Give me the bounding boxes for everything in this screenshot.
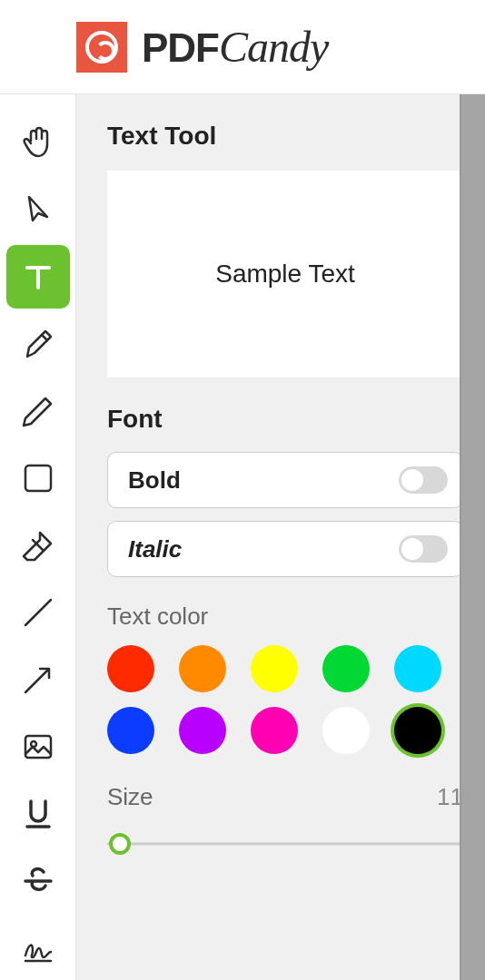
bold-row[interactable]: Bold	[107, 452, 463, 508]
highlighter-icon	[18, 324, 58, 364]
color-swatch-yellow[interactable]	[251, 645, 298, 692]
eraser-icon	[18, 525, 58, 565]
brand-logo[interactable]: PDFCandy	[76, 22, 328, 73]
color-swatch-white[interactable]	[322, 707, 370, 754]
color-swatch-purple[interactable]	[179, 707, 226, 754]
line-tool[interactable]	[6, 581, 70, 644]
brand-text: PDFCandy	[142, 22, 328, 72]
color-swatch-green[interactable]	[322, 645, 370, 692]
color-swatch-black[interactable]	[394, 707, 441, 754]
svg-rect-0	[25, 466, 51, 491]
lollipop-icon	[76, 22, 127, 73]
panel-title: Text Tool	[107, 122, 463, 151]
right-edge-shadow	[460, 94, 485, 980]
hand-tool[interactable]	[6, 111, 70, 174]
text-color-label: Text color	[107, 603, 463, 631]
color-swatch-blue[interactable]	[107, 707, 154, 754]
pencil-tool[interactable]	[6, 379, 70, 443]
italic-toggle[interactable]	[399, 535, 448, 563]
underline-icon	[18, 794, 58, 834]
highlighter-tool[interactable]	[6, 312, 70, 376]
preview-text: Sample Text	[215, 260, 355, 289]
strikethrough-tool[interactable]	[6, 849, 70, 913]
slider-track	[107, 843, 463, 846]
underline-tool[interactable]	[6, 782, 70, 846]
color-swatches	[107, 645, 463, 754]
pointer-tool[interactable]	[6, 178, 70, 241]
size-label: Size	[107, 783, 153, 811]
eraser-tool[interactable]	[6, 514, 70, 577]
rectangle-icon	[18, 458, 58, 498]
line-icon	[18, 593, 58, 632]
color-swatch-magenta[interactable]	[251, 707, 298, 754]
rectangle-tool[interactable]	[6, 446, 70, 510]
color-swatch-red[interactable]	[107, 645, 154, 692]
pencil-icon	[18, 391, 58, 431]
image-tool[interactable]	[6, 715, 70, 779]
arrow-pointer-icon	[18, 190, 58, 230]
svg-rect-1	[25, 736, 51, 758]
image-icon	[18, 727, 58, 767]
svg-point-2	[31, 741, 36, 747]
text-tool-panel: Text Tool Sample Text Font Bold Italic T…	[76, 94, 485, 980]
text-preview[interactable]: Sample Text	[107, 171, 463, 377]
text-tool[interactable]	[6, 245, 70, 309]
arrow-line-icon	[18, 660, 58, 700]
bold-toggle[interactable]	[399, 466, 448, 494]
color-swatch-orange[interactable]	[179, 645, 226, 692]
strikethrough-icon	[18, 861, 58, 901]
tool-sidebar	[0, 94, 76, 980]
signature-tool[interactable]	[6, 916, 70, 980]
arrow-line-tool[interactable]	[6, 648, 70, 711]
size-slider[interactable]	[107, 831, 463, 857]
font-section-title: Font	[107, 405, 463, 434]
color-swatch-cyan[interactable]	[394, 645, 441, 692]
slider-thumb[interactable]	[109, 833, 131, 855]
hand-icon	[18, 122, 58, 162]
bold-label: Bold	[128, 466, 181, 495]
italic-row[interactable]: Italic	[107, 521, 463, 577]
signature-icon	[18, 928, 58, 968]
text-icon	[18, 257, 58, 297]
italic-label: Italic	[128, 535, 182, 564]
app-header: PDFCandy	[0, 0, 485, 94]
